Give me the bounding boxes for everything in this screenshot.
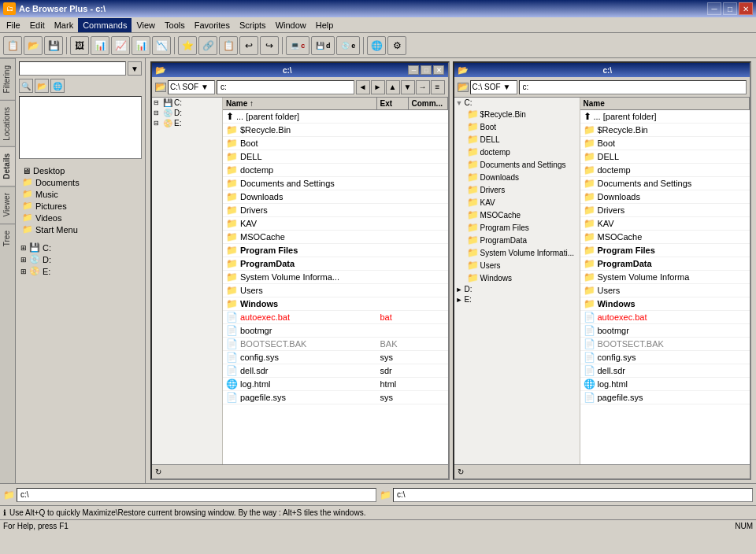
file-row[interactable]: ⬆... [parent folder] bbox=[580, 110, 750, 124]
file-row[interactable]: 📄BOOTSECT.BAK bbox=[580, 338, 750, 351]
file-row[interactable]: 📁MSOCache bbox=[223, 231, 448, 244]
tb-btn8[interactable]: 📉 bbox=[152, 36, 171, 55]
right-tree-d[interactable]: ► D: bbox=[454, 284, 580, 294]
file-row[interactable]: 📁System Volume Informa... bbox=[223, 271, 448, 284]
right-tree-recyclebin[interactable]: 📁 $Recycle.Bin bbox=[454, 108, 580, 120]
file-row[interactable]: 📁ProgramData bbox=[580, 257, 750, 271]
tb-btn6[interactable]: 📈 bbox=[111, 36, 130, 55]
file-row[interactable]: 📁doctemp bbox=[580, 164, 750, 177]
file-row[interactable]: 📁MSOCache bbox=[580, 231, 750, 244]
tb-btn12[interactable]: ↩ bbox=[239, 36, 258, 55]
tb-drive-d[interactable]: 💾 d bbox=[311, 36, 335, 55]
right-tree-drivers[interactable]: 📁 Drivers bbox=[454, 183, 580, 196]
left-tree-c[interactable]: ⊟ 💾 C: bbox=[152, 98, 222, 108]
file-row[interactable]: 📁Users bbox=[223, 284, 448, 297]
sidebar-icon2[interactable]: 📂 bbox=[35, 79, 49, 93]
left-col-comm[interactable]: Comm... bbox=[409, 98, 448, 109]
left-col-ext[interactable]: Ext bbox=[377, 98, 409, 109]
right-tree-programdata[interactable]: 📁 ProgramData bbox=[454, 234, 580, 246]
file-row[interactable]: 🌐log.html bbox=[580, 378, 750, 391]
sidebar-tab-filtering[interactable]: Filtering bbox=[0, 58, 15, 100]
sidebar-icon1[interactable]: 🔍 bbox=[19, 79, 33, 93]
filter-options-button[interactable]: ▼ bbox=[128, 61, 142, 76]
file-row[interactable]: 📁Drivers bbox=[580, 204, 750, 217]
right-addr-combo[interactable]: C:\ SOF ▼ bbox=[470, 80, 517, 94]
file-row[interactable]: 📄dell.sdr sdr bbox=[223, 364, 448, 378]
right-tree-windows[interactable]: 📁 Windows bbox=[454, 271, 580, 284]
maximize-button[interactable]: □ bbox=[723, 2, 737, 15]
file-row[interactable]: 📁Boot bbox=[223, 137, 448, 150]
fav-desktop[interactable]: 🖥 Desktop bbox=[22, 165, 139, 176]
file-row[interactable]: 📄pagefile.sys bbox=[580, 391, 750, 404]
file-row[interactable]: 📁Documents and Settings bbox=[223, 177, 448, 190]
drive-c-item[interactable]: ⊞ 💾 C: bbox=[19, 242, 142, 253]
sidebar-tab-details[interactable]: Details bbox=[0, 146, 15, 186]
tb-btn5[interactable]: 📊 bbox=[91, 36, 109, 55]
fav-documents[interactable]: 📁 Documents bbox=[22, 176, 139, 188]
right-tree-e[interactable]: ► E: bbox=[454, 294, 580, 305]
tb-btn10[interactable]: 🔗 bbox=[198, 36, 217, 55]
left-panel-min[interactable]: ─ bbox=[408, 65, 419, 75]
tb-new-btn[interactable]: 📋 bbox=[3, 36, 22, 55]
file-row[interactable]: 📄dell.sdr bbox=[580, 364, 750, 378]
file-row[interactable]: 📁KAV bbox=[223, 217, 448, 231]
left-tree-e[interactable]: ⊟ 📀 E: bbox=[152, 118, 222, 128]
sidebar-tab-viewer[interactable]: Viewer bbox=[0, 186, 15, 223]
file-row[interactable]: 📄autoexec.bat bat bbox=[223, 311, 448, 324]
file-row[interactable]: 📁$Recycle.Bin bbox=[580, 124, 750, 137]
file-row[interactable]: 📁$Recycle.Bin bbox=[223, 124, 448, 137]
menu-scripts[interactable]: Scripts bbox=[235, 18, 271, 32]
left-nav-home[interactable]: ▼ bbox=[401, 80, 415, 94]
menu-edit[interactable]: Edit bbox=[25, 18, 50, 32]
tb-open-btn[interactable]: 📂 bbox=[24, 36, 43, 55]
left-nav-refresh[interactable]: → bbox=[416, 80, 430, 94]
right-addr-input[interactable] bbox=[519, 80, 747, 94]
drive-d-item[interactable]: ⊞ 💿 D: bbox=[19, 253, 142, 265]
sidebar-icon3[interactable]: 🌐 bbox=[50, 79, 65, 93]
drive-e-item[interactable]: ⊞ 📀 E: bbox=[19, 265, 142, 277]
left-panel-close[interactable]: ✕ bbox=[433, 65, 444, 75]
file-row[interactable]: 📁Boot bbox=[580, 137, 750, 150]
right-path-input[interactable] bbox=[393, 488, 753, 502]
tb-drive-e[interactable]: 💿 e bbox=[336, 36, 360, 55]
right-col-name[interactable]: Name bbox=[580, 98, 750, 109]
right-tree-sysvolinfo[interactable]: 📁 System Volume Informati... bbox=[454, 246, 580, 259]
right-tree-boot[interactable]: 📁 Boot bbox=[454, 120, 580, 133]
menu-tools[interactable]: Tools bbox=[160, 18, 190, 32]
file-row[interactable]: 📁System Volume Informa bbox=[580, 271, 750, 284]
left-tree-d[interactable]: ⊟ 💿 D: bbox=[152, 108, 222, 118]
file-row[interactable]: 📁Users bbox=[580, 284, 750, 297]
right-tree-downloads[interactable]: 📁 Downloads bbox=[454, 171, 580, 183]
menu-window[interactable]: Window bbox=[271, 18, 311, 32]
right-tree-msocache[interactable]: 📁 MSOCache bbox=[454, 209, 580, 221]
left-addr-input[interactable] bbox=[217, 80, 354, 94]
tb-settings-btn[interactable]: ⚙ bbox=[387, 36, 406, 55]
right-tree-users[interactable]: 📁 Users bbox=[454, 259, 580, 271]
file-row[interactable]: ⬆... [parent folder] bbox=[223, 110, 448, 124]
fav-videos[interactable]: 📁 Videos bbox=[22, 212, 139, 223]
file-row[interactable]: 📁DELL bbox=[223, 150, 448, 164]
file-row[interactable]: 📁Downloads bbox=[223, 190, 448, 204]
right-tree-doctemp[interactable]: 📁 doctemp bbox=[454, 146, 580, 158]
sidebar-tab-locations[interactable]: Locations bbox=[0, 100, 15, 147]
file-row[interactable]: 📁Windows bbox=[223, 297, 448, 311]
left-nav-up[interactable]: ▲ bbox=[386, 80, 400, 94]
file-row[interactable]: 📄config.sys sys bbox=[223, 351, 448, 364]
tb-btn9[interactable]: ⭐ bbox=[178, 36, 197, 55]
tb-btn7[interactable]: 📊 bbox=[132, 36, 150, 55]
right-tree-kav[interactable]: 📁 KAV bbox=[454, 196, 580, 209]
file-row[interactable]: 📁Program Files bbox=[223, 244, 448, 257]
minimize-button[interactable]: ─ bbox=[707, 2, 721, 15]
filter-input[interactable] bbox=[19, 61, 126, 76]
fav-pictures[interactable]: 📁 Pictures bbox=[22, 200, 139, 212]
file-row[interactable]: 📄pagefile.sys sys bbox=[223, 391, 448, 404]
file-row[interactable]: 📁KAV bbox=[580, 217, 750, 231]
file-row[interactable]: 📁DELL bbox=[580, 150, 750, 164]
right-tree-programfiles[interactable]: 📁 Program Files bbox=[454, 221, 580, 234]
tb-save-btn[interactable]: 💾 bbox=[44, 36, 63, 55]
fav-startmenu[interactable]: 📁 Start Menu bbox=[22, 223, 139, 235]
left-panel-max[interactable]: □ bbox=[421, 65, 432, 75]
file-row[interactable]: 📁Windows bbox=[580, 297, 750, 311]
close-button[interactable]: ✕ bbox=[739, 2, 753, 15]
file-row[interactable]: 📄autoexec.bat bbox=[580, 311, 750, 324]
